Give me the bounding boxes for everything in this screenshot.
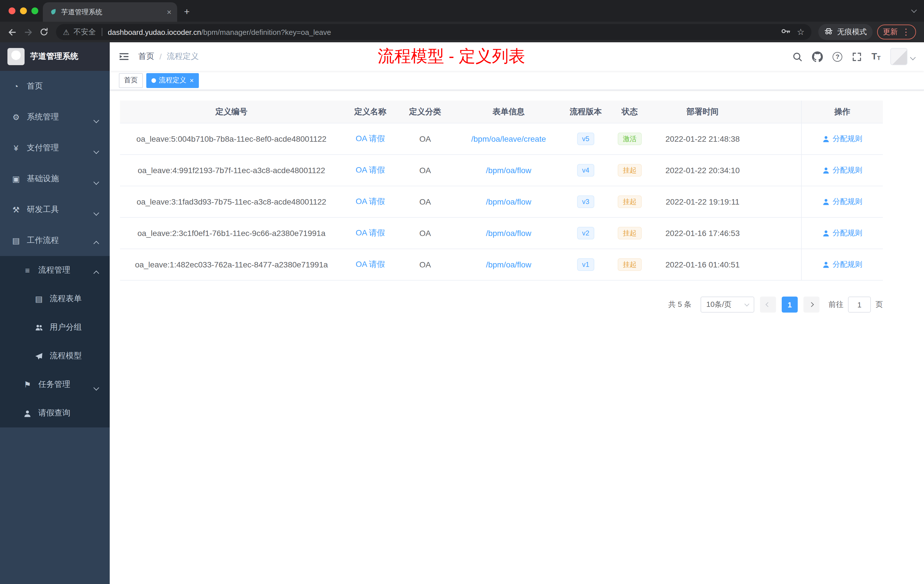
github-icon[interactable] bbox=[812, 51, 823, 62]
table-row: oa_leave:1:482ec033-762a-11ec-8477-a2380… bbox=[120, 249, 883, 280]
chevron-down-icon bbox=[94, 382, 98, 391]
reload-button[interactable] bbox=[36, 25, 51, 40]
sidebar-item-payment[interactable]: ¥ 支付管理 bbox=[0, 133, 110, 163]
form-info-link[interactable]: /bpm/oa/flow bbox=[486, 197, 531, 206]
sidebar-collapse-button[interactable] bbox=[119, 52, 129, 61]
form-info-link[interactable]: /bpm/oa/flow bbox=[486, 260, 531, 269]
password-key-icon[interactable] bbox=[780, 26, 790, 38]
chevron-up-icon bbox=[94, 268, 98, 277]
sidebar-item-home[interactable]: ◔ 首页 bbox=[0, 71, 110, 102]
form-info-link[interactable]: /bpm/oa/flow bbox=[486, 229, 531, 238]
assign-rule-link[interactable]: 分配规则 bbox=[822, 228, 862, 238]
status-badge: 挂起 bbox=[618, 195, 642, 208]
avatar[interactable] bbox=[890, 48, 908, 65]
form-info-link[interactable]: /bpm/oa/leave/create bbox=[471, 134, 546, 144]
cell-definition-id: oa_leave:1:482ec033-762a-11ec-8477-a2380… bbox=[120, 249, 343, 280]
cell-category: OA bbox=[398, 155, 452, 186]
window-zoom-button[interactable] bbox=[31, 7, 38, 14]
tab-search-icon[interactable] bbox=[912, 4, 916, 14]
address-bar[interactable]: ⚠ 不安全 dashboard.yudao.iocoder.cn/bpm/man… bbox=[56, 24, 812, 40]
cell-category: OA bbox=[398, 124, 452, 154]
sidebar-item-system[interactable]: ⚙ 系统管理 bbox=[0, 102, 110, 133]
prev-page-button[interactable] bbox=[760, 297, 776, 313]
forward-button[interactable] bbox=[21, 25, 35, 40]
search-icon[interactable] bbox=[792, 52, 802, 61]
fullscreen-icon[interactable] bbox=[852, 52, 862, 61]
browser-toolbar: ⚠ 不安全 dashboard.yudao.iocoder.cn/bpm/man… bbox=[0, 22, 924, 42]
url-text: dashboard.yudao.iocoder.cn/bpm/manager/d… bbox=[108, 28, 331, 36]
user-menu[interactable] bbox=[890, 48, 915, 65]
definition-name-link[interactable]: OA 请假 bbox=[356, 259, 385, 270]
next-page-button[interactable] bbox=[804, 297, 819, 313]
tab-close-icon[interactable]: × bbox=[167, 7, 172, 16]
page-annotation: 流程模型 - 定义列表 bbox=[378, 45, 525, 68]
sidebar-item-process-model[interactable]: 流程模型 bbox=[0, 342, 110, 370]
back-button[interactable] bbox=[5, 25, 20, 40]
font-size-icon[interactable]: TT bbox=[871, 52, 881, 61]
definition-name-link[interactable]: OA 请假 bbox=[356, 134, 385, 144]
sidebar-item-devtools[interactable]: ⚒ 研发工具 bbox=[0, 194, 110, 225]
bookmark-star-icon[interactable]: ☆ bbox=[797, 27, 805, 37]
definition-name-link[interactable]: OA 请假 bbox=[356, 165, 385, 175]
cell-category: OA bbox=[398, 218, 452, 249]
assign-rule-link[interactable]: 分配规则 bbox=[822, 259, 862, 270]
sidebar-item-label: 请假查询 bbox=[38, 408, 70, 418]
browser-menu-kebab-icon[interactable]: ⋮ bbox=[902, 27, 910, 37]
table-header: 定义编号 定义名称 定义分类 表单信息 流程版本 状态 部署时间 操作 bbox=[120, 101, 883, 124]
sidebar-item-leave-query[interactable]: 请假查询 bbox=[0, 399, 110, 427]
definition-name-link[interactable]: OA 请假 bbox=[356, 228, 385, 238]
sidebar-item-process-form[interactable]: ▤ 流程表单 bbox=[0, 285, 110, 313]
page-size-select[interactable]: 10条/页 bbox=[701, 297, 754, 313]
send-icon bbox=[34, 351, 43, 361]
form-info-link[interactable]: /bpm/oa/flow bbox=[486, 166, 531, 175]
goto-page-input[interactable] bbox=[848, 297, 871, 313]
column-header-id: 定义编号 bbox=[120, 101, 343, 123]
browser-update-button[interactable]: 更新 ⋮ bbox=[877, 25, 916, 40]
tag-home[interactable]: 首页 bbox=[119, 73, 143, 88]
incognito-icon bbox=[824, 26, 833, 38]
gear-icon: ⚙ bbox=[12, 112, 21, 122]
sidebar-item-process-management[interactable]: ≡ 流程管理 bbox=[0, 256, 110, 285]
sidebar-item-label: 系统管理 bbox=[27, 112, 59, 122]
sidebar-item-infrastructure[interactable]: ▣ 基础设施 bbox=[0, 163, 110, 194]
assign-rule-link[interactable]: 分配规则 bbox=[822, 165, 862, 175]
tag-close-icon[interactable]: × bbox=[190, 76, 194, 84]
cell-category: OA bbox=[398, 249, 452, 280]
page-number-button[interactable]: 1 bbox=[782, 297, 798, 313]
browser-tab[interactable]: 芋道管理系统 × bbox=[43, 2, 177, 22]
tag-label: 流程定义 bbox=[159, 76, 186, 85]
tag-process-definition[interactable]: 流程定义 × bbox=[146, 73, 199, 88]
goto-label-after: 页 bbox=[875, 299, 883, 310]
help-icon[interactable]: ? bbox=[833, 52, 842, 61]
cell-deploy-time: 2022-01-22 20:34:10 bbox=[653, 155, 752, 186]
incognito-label: 无痕模式 bbox=[837, 27, 867, 37]
sidebar-item-label: 任务管理 bbox=[38, 379, 70, 390]
app-logo-row: 芋道管理系统 bbox=[0, 42, 110, 71]
window-controls bbox=[8, 7, 38, 14]
update-label: 更新 bbox=[883, 27, 898, 37]
breadcrumb-home-link[interactable]: 首页 bbox=[138, 51, 154, 62]
caret-down-icon bbox=[911, 51, 915, 62]
window-minimize-button[interactable] bbox=[20, 7, 27, 14]
sidebar-item-task-management[interactable]: ⚑ 任务管理 bbox=[0, 370, 110, 399]
omnibox-divider bbox=[101, 28, 102, 36]
sidebar-item-user-group[interactable]: 用户分组 bbox=[0, 313, 110, 342]
incognito-badge[interactable]: 无痕模式 bbox=[818, 24, 873, 40]
sidebar-item-workflow[interactable]: ▤ 工作流程 bbox=[0, 225, 110, 256]
cell-definition-id: oa_leave:5:004b710b-7b8a-11ec-8ef0-acde4… bbox=[120, 124, 343, 154]
person-icon bbox=[23, 409, 32, 418]
dashboard-icon: ◔ bbox=[12, 82, 21, 91]
active-dot-icon bbox=[152, 78, 156, 82]
tools-icon: ⚒ bbox=[12, 205, 21, 214]
yen-icon: ¥ bbox=[12, 144, 21, 153]
assign-rule-link[interactable]: 分配规则 bbox=[822, 134, 862, 144]
breadcrumb-separator: / bbox=[159, 52, 162, 61]
table-row: oa_leave:2:3c1f0ef1-76b1-11ec-9c66-a2380… bbox=[120, 218, 883, 249]
window-close-button[interactable] bbox=[8, 7, 15, 14]
definition-name-link[interactable]: OA 请假 bbox=[356, 196, 385, 207]
assign-rule-link[interactable]: 分配规则 bbox=[822, 196, 862, 207]
url-host: dashboard.yudao.iocoder.cn bbox=[108, 28, 201, 36]
infrastructure-icon: ▣ bbox=[12, 174, 21, 183]
new-tab-button[interactable]: + bbox=[184, 6, 190, 18]
url-path: /bpm/manager/definition?key=oa_leave bbox=[201, 28, 331, 36]
